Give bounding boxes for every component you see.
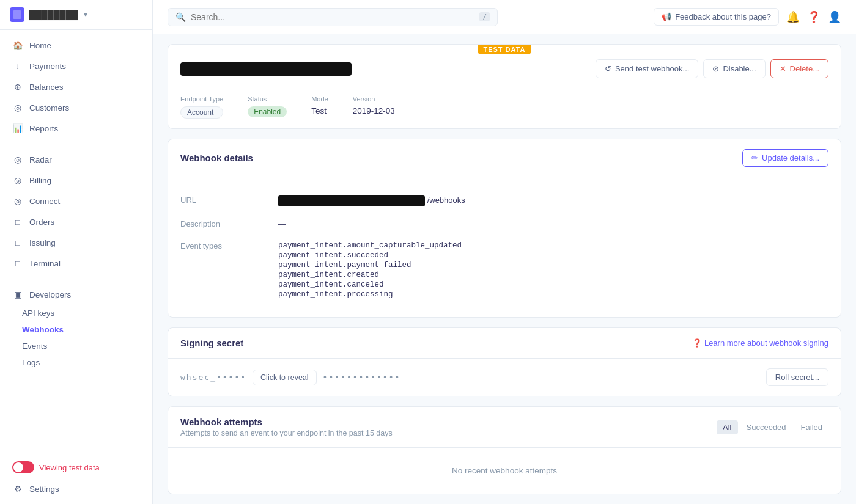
test-data-banner: TEST DATA [478, 45, 530, 54]
endpoint-type-value: Account [180, 106, 223, 119]
sidebar-navigation: 🏠 Home ↓ Payments ⊕ Balances ◎ Customers… [0, 30, 152, 451]
filter-succeeded-button[interactable]: Succeeded [740, 420, 792, 434]
test-data-toggle[interactable]: Viewing test data [0, 456, 152, 478]
event-type-2: payment_intent.payment_failed [278, 261, 828, 269]
sidebar-item-billing[interactable]: ◎ Billing [0, 170, 152, 191]
roll-secret-button[interactable]: Roll secret... [766, 368, 828, 386]
page-title-area: ↺ Send test webhook... ⊘ Disable... ✕ De… [168, 54, 841, 88]
sidebar-item-settings[interactable]: ⚙ Settings [0, 478, 152, 499]
mode-meta: Mode Test [311, 95, 328, 119]
topbar: 🔍 / 📢 Feedback about this page? 🔔 ❓ 👤 [153, 0, 856, 34]
sidebar-header: ████████ ▾ [0, 0, 152, 30]
disable-button[interactable]: ⊘ Disable... [703, 59, 765, 78]
notifications-icon[interactable]: 🔔 [786, 10, 800, 24]
account-icon[interactable]: 👤 [828, 10, 841, 24]
event-types-list: payment_intent.amount_capturable_updated… [278, 241, 828, 299]
terminal-icon: □ [12, 258, 23, 269]
developers-icon: ▣ [12, 289, 23, 300]
secret-masked-before: whsec_••••• [180, 373, 246, 382]
test-data-banner-container: TEST DATA [168, 45, 841, 54]
search-input[interactable] [191, 12, 474, 22]
sidebar-item-label: Billing [29, 176, 51, 185]
url-label: URL [180, 195, 266, 206]
webhook-attempts-title: Webhook attempts [180, 417, 393, 427]
delete-button[interactable]: ✕ Delete... [770, 59, 828, 78]
sidebar-item-orders[interactable]: □ Orders [0, 211, 152, 232]
feedback-button[interactable]: 📢 Feedback about this page? [654, 8, 779, 26]
sidebar-sub-label: Logs [22, 358, 40, 367]
sidebar-item-developers[interactable]: ▣ Developers [0, 284, 152, 305]
reveal-button[interactable]: Click to reveal [253, 370, 317, 385]
learn-more-link[interactable]: ❓ Learn more about webhook signing [692, 338, 828, 348]
attempts-filter: All Succeeded Failed [717, 420, 828, 434]
sidebar-item-logs[interactable]: Logs [0, 354, 152, 371]
test-data-label: Viewing test data [39, 463, 100, 472]
filter-all-button[interactable]: All [717, 420, 737, 434]
search-box[interactable]: 🔍 / [168, 8, 498, 26]
sidebar-sub-label: Events [22, 341, 47, 351]
event-type-3: payment_intent.created [278, 271, 828, 279]
main-content: 🔍 / 📢 Feedback about this page? 🔔 ❓ 👤 TE… [153, 0, 856, 504]
sidebar-item-terminal[interactable]: □ Terminal [0, 253, 152, 274]
edit-icon: ✏ [751, 153, 758, 163]
update-details-button[interactable]: ✏ Update details... [742, 149, 828, 167]
sidebar-item-events[interactable]: Events [0, 338, 152, 354]
url-value: /webhooks [278, 195, 828, 206]
description-row: Description — [180, 213, 828, 235]
send-test-webhook-button[interactable]: ↺ Send test webhook... [596, 59, 698, 78]
help-icon[interactable]: ❓ [807, 10, 821, 24]
megaphone-icon: 📢 [662, 12, 671, 21]
brand-logo [10, 7, 24, 22]
sidebar-item-connect[interactable]: ◎ Connect [0, 191, 152, 211]
webhook-attempts-title-area: Webhook attempts Attempts to send an eve… [180, 417, 393, 437]
signing-secret-header: Signing secret ❓ Learn more about webhoo… [168, 328, 841, 359]
sidebar-item-api-keys[interactable]: API keys [0, 305, 152, 321]
sidebar-item-label: Orders [29, 217, 54, 227]
sidebar-item-payments[interactable]: ↓ Payments [0, 56, 152, 76]
signing-secret-title: Signing secret [180, 338, 243, 348]
sidebar-item-label: Radar [29, 155, 52, 164]
event-type-4: payment_intent.canceled [278, 280, 828, 289]
webhook-attempts-subtitle: Attempts to send an event to your endpoi… [180, 429, 393, 437]
event-type-5: payment_intent.processing [278, 290, 828, 299]
header-actions: ↺ Send test webhook... ⊘ Disable... ✕ De… [596, 59, 828, 78]
sidebar-item-label: Terminal [29, 259, 61, 268]
feedback-label: Feedback about this page? [675, 12, 771, 21]
status-label: Status [248, 95, 287, 103]
sidebar-item-issuing[interactable]: □ Issuing [0, 232, 152, 253]
home-icon: 🏠 [12, 40, 23, 51]
sidebar-item-balances[interactable]: ⊕ Balances [0, 76, 152, 97]
connect-icon: ◎ [12, 195, 23, 206]
search-icon: 🔍 [175, 12, 186, 22]
status-meta: Status Enabled [248, 95, 287, 119]
webhook-attempts-header: Webhook attempts Attempts to send an eve… [168, 407, 841, 448]
meta-row: Endpoint Type Account Status Enabled Mod… [168, 88, 841, 128]
nav-divider [0, 144, 152, 144]
payments-icon: ↓ [12, 60, 23, 71]
sidebar-item-webhooks[interactable]: Webhooks [0, 321, 152, 338]
balances-icon: ⊕ [12, 81, 23, 92]
event-types-row: Event types payment_intent.amount_captur… [180, 235, 828, 305]
sidebar-item-reports[interactable]: 📊 Reports [0, 118, 152, 139]
secret-masked-after: ••••••••••••• [323, 373, 401, 382]
brand-dropdown-icon[interactable]: ▾ [84, 10, 87, 19]
delete-icon: ✕ [780, 64, 786, 73]
filter-failed-button[interactable]: Failed [795, 420, 828, 434]
topbar-right: 📢 Feedback about this page? 🔔 ❓ 👤 [654, 8, 841, 26]
sidebar-item-home[interactable]: 🏠 Home [0, 35, 152, 56]
description-value: — [278, 219, 828, 228]
webhook-details-header: Webhook details ✏ Update details... [168, 139, 841, 177]
sidebar-item-customers[interactable]: ◎ Customers [0, 97, 152, 118]
sidebar-item-radar[interactable]: ◎ Radar [0, 149, 152, 170]
sidebar-item-label: Connect [29, 197, 60, 206]
sidebar-item-label: Issuing [29, 238, 56, 247]
event-type-0: payment_intent.amount_capturable_updated [278, 241, 828, 250]
webhook-details-title: Webhook details [180, 153, 253, 163]
customers-icon: ◎ [12, 102, 23, 113]
version-label: Version [353, 95, 395, 103]
secret-row: whsec_••••• Click to reveal ••••••••••••… [168, 359, 841, 396]
billing-icon: ◎ [12, 175, 23, 186]
sidebar-item-label: Developers [29, 290, 71, 299]
description-label: Description [180, 219, 266, 228]
svg-rect-0 [13, 10, 21, 19]
